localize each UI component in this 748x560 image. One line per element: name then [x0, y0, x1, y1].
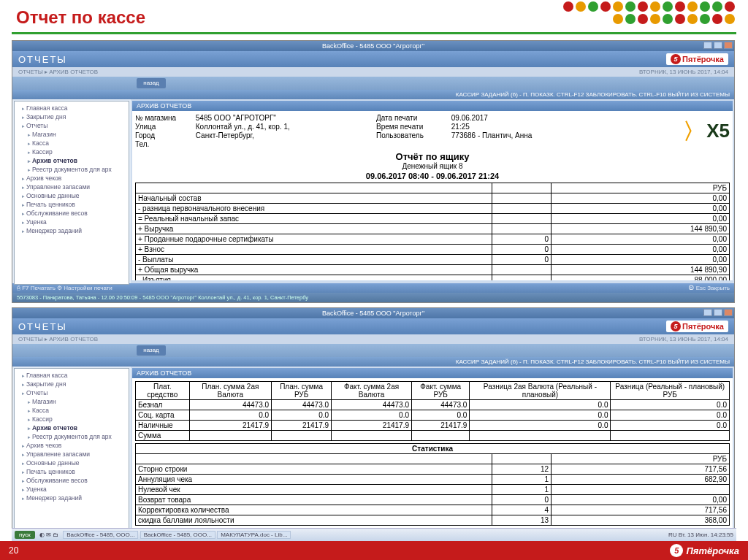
- taskbar-item[interactable]: BackOffice - 5485, ООО...: [140, 531, 215, 539]
- sidebar-item[interactable]: Касса: [16, 139, 127, 147]
- taskbar-item[interactable]: МАКУЛАТУРА.doc - Lib...: [217, 531, 291, 539]
- module-title: ОТЧЕТЫ: [18, 321, 67, 332]
- sidebar-item[interactable]: Кассир: [16, 147, 127, 156]
- header-date: ВТОРНИК, 13 ИЮНЬ 2017, 14:04: [639, 336, 728, 342]
- print-button[interactable]: ⎙ F7 Печатать ⚙ Настройки печати: [17, 285, 112, 291]
- quicklaunch[interactable]: ◐ ✉ 🗀: [39, 532, 58, 538]
- panel-heading: АРХИВ ОТЧЕТОВ: [132, 101, 733, 111]
- sidebar-item[interactable]: Закрытие дня: [16, 112, 127, 121]
- maximize-icon[interactable]: [714, 309, 722, 316]
- sidebar-item[interactable]: Закрытие дня: [16, 380, 127, 388]
- sidebar-item[interactable]: Печать ценников: [16, 467, 127, 476]
- sidebar-item[interactable]: Обслуживание весов: [16, 209, 127, 218]
- windows-taskbar: пуск ◐ ✉ 🗀 BackOffice - 5485, ООО... Bac…: [12, 528, 736, 541]
- drawer-report-table: РУБ Начальный состав0,00- разница первон…: [135, 183, 730, 280]
- report-subtitle: Денежный ящик 8: [135, 162, 730, 170]
- close-icon[interactable]: [724, 42, 733, 49]
- brand-logo: 5Пятёрочка: [666, 321, 728, 332]
- sidebar-item[interactable]: Управление запасами: [16, 450, 127, 459]
- back-button[interactable]: назад: [137, 345, 166, 356]
- start-button[interactable]: пуск: [15, 531, 35, 539]
- sidebar-nav: Главная кассаЗакрытие дняОтчетыМагазинКа…: [14, 101, 129, 285]
- slide-footer: 20 5Пятёрочка: [0, 541, 748, 560]
- window-titlebar: BackOffice - 5485 ООО "Агроторг": [12, 41, 734, 51]
- sidebar-item[interactable]: Печать ценников: [16, 200, 127, 209]
- status-bar: 5573083 - Панкратова, Татьяна - 12.06 20…: [12, 293, 734, 302]
- maximize-icon[interactable]: [714, 42, 722, 49]
- status-line: КАССИР ЗАДАНИЙ (6) - П. ПОКАЗК. CTRL-F12…: [12, 90, 734, 99]
- sidebar-item[interactable]: Реестр документов для арх: [16, 165, 127, 174]
- sidebar-item[interactable]: Магазин: [16, 130, 127, 139]
- sidebar-item[interactable]: Архив отчетов: [16, 156, 127, 165]
- brand-logo: 5Пятёрочка: [666, 53, 728, 65]
- sidebar-item[interactable]: Магазин: [16, 397, 127, 406]
- close-button[interactable]: ⮿ Esc Закрыть: [688, 285, 730, 291]
- sidebar-item[interactable]: Отчеты: [16, 388, 127, 397]
- breadcrumb: ОТЧЕТЫ ▸ АРХИВ ОТЧЕТОВ: [18, 336, 98, 342]
- sidebar-item[interactable]: Уценка: [16, 485, 127, 494]
- statistics-table: Статистика РУБ Сторно строки12717,56Анну…: [135, 443, 730, 526]
- close-icon[interactable]: [724, 309, 733, 316]
- sidebar-item[interactable]: Обслуживание весов: [16, 476, 127, 485]
- sidebar-item[interactable]: Реестр документов для арх: [16, 432, 127, 441]
- decorative-dots: [560, 1, 735, 24]
- report-range: 09.06.2017 08:40 - 09.06.2017 21:24: [135, 172, 730, 180]
- breadcrumb: ОТЧЕТЫ ▸ АРХИВ ОТЧЕТОВ: [18, 69, 98, 75]
- report-title: Отчёт по ящику: [135, 151, 730, 162]
- sidebar-item[interactable]: Архив чеков: [16, 174, 127, 183]
- sidebar-item[interactable]: Архив чеков: [16, 441, 127, 450]
- status-line: КАССИР ЗАДАНИЙ (6) - П. ПОКАЗК. CTRL-F12…: [12, 357, 734, 367]
- x5-logo: 〉X5: [683, 114, 730, 148]
- sidebar-item[interactable]: Основные данные: [16, 459, 127, 467]
- sidebar-item[interactable]: Касса: [16, 406, 127, 415]
- screenshot-top: BackOffice - 5485 ООО "Агроторг" ОТЧЕТЫ …: [12, 40, 735, 303]
- sidebar-item[interactable]: Кассир: [16, 415, 127, 423]
- sidebar-item[interactable]: Главная касса: [16, 371, 127, 380]
- sidebar-nav: Главная кассаЗакрытие дняОтчетыМагазинКа…: [14, 368, 129, 540]
- header-date: ВТОРНИК, 13 ИЮНЬ 2017, 14:04: [639, 69, 728, 75]
- window-titlebar: BackOffice - 5485 ООО "Агроторг": [12, 308, 734, 318]
- payment-method-table: Плат. средствоПлан. сумма 2ая ВалютаПлан…: [135, 381, 730, 441]
- toolbar: назад: [12, 77, 734, 90]
- sidebar-item[interactable]: Архив отчетов: [16, 423, 127, 432]
- sidebar-item[interactable]: Основные данные: [16, 191, 127, 200]
- screenshot-bottom: BackOffice - 5485 ООО "Агроторг" ОТЧЕТЫ …: [12, 307, 735, 559]
- taskbar-item[interactable]: BackOffice - 5485, ООО...: [63, 531, 138, 539]
- minimize-icon[interactable]: [703, 309, 712, 316]
- system-tray: RU Вт. 13 Июн. 14:23:55: [668, 532, 733, 538]
- sidebar-item[interactable]: Менеджер заданий: [16, 494, 127, 502]
- back-button[interactable]: назад: [137, 78, 166, 88]
- sidebar-item[interactable]: Управление запасами: [16, 183, 127, 191]
- footer-brand: 5Пятёрочка: [670, 544, 739, 557]
- sidebar-item[interactable]: Главная касса: [16, 104, 127, 112]
- module-title: ОТЧЕТЫ: [18, 54, 67, 65]
- sidebar-item[interactable]: Отчеты: [16, 121, 127, 130]
- minimize-icon[interactable]: [703, 42, 712, 49]
- slide-number: 20: [9, 545, 18, 556]
- panel-heading: АРХИВ ОТЧЕТОВ: [132, 368, 733, 378]
- sidebar-item[interactable]: Уценка: [16, 218, 127, 226]
- sidebar-item[interactable]: Менеджер заданий: [16, 226, 127, 235]
